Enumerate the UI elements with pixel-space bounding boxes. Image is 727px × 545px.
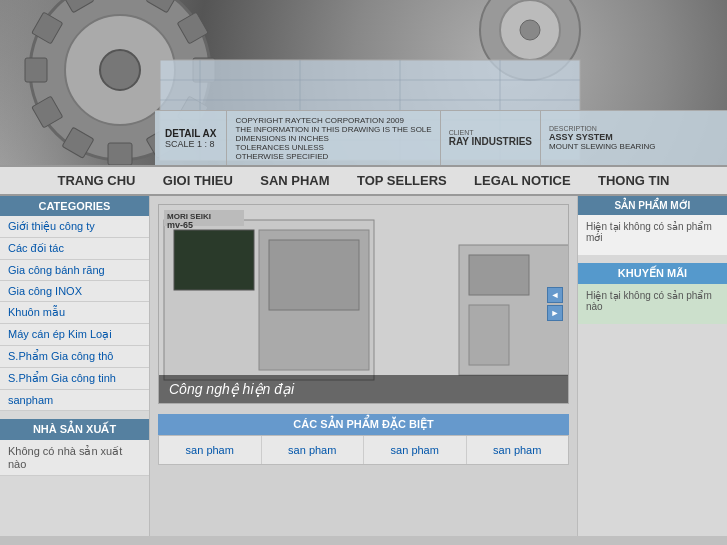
mount-desc: MOUNT SLEWING BEARING: [549, 142, 656, 151]
product-item-0[interactable]: san pham: [159, 436, 262, 464]
scale: SCALE 1 : 8: [165, 139, 216, 149]
sidebar-item-may-can[interactable]: Máy cán ép Kim Loại: [0, 324, 149, 346]
categories-title: CATEGORIES: [0, 196, 149, 216]
nav-trang-chu[interactable]: TRANG CHU: [58, 173, 136, 188]
sidebar-item-sanpham[interactable]: sanpham: [0, 390, 149, 411]
sidebar-item-khuon-mau[interactable]: Khuôn mẫu: [0, 302, 149, 324]
svg-rect-9: [108, 143, 132, 165]
slideshow-caption: Công nghệ hiện đại: [159, 375, 568, 403]
nav-san-pham[interactable]: SAN PHAM: [260, 173, 329, 188]
svg-rect-36: [469, 255, 529, 295]
svg-point-17: [520, 20, 540, 40]
center-content: MORI SEIKI mv-65 Công nghệ hiện đại ◄ ► …: [150, 196, 577, 536]
slideshow-nav: ◄ ►: [547, 287, 563, 321]
dims: DIMENSIONS IN INCHES: [235, 134, 431, 143]
prev-arrow[interactable]: ◄: [547, 287, 563, 303]
header-banner: DETAIL AX SCALE 1 : 8 COPYRIGHT RAYTECH …: [0, 0, 727, 165]
slideshow: MORI SEIKI mv-65 Công nghệ hiện đại ◄ ►: [158, 204, 569, 404]
sidebar-item-inox[interactable]: Gia công INOX: [0, 281, 149, 302]
nav-thong-tin[interactable]: THONG TIN: [598, 173, 670, 188]
svg-text:mv-65: mv-65: [167, 220, 193, 230]
company-name: RAY INDUSTRIES: [449, 136, 532, 147]
client-label: CLIENT: [449, 129, 532, 136]
svg-rect-34: [269, 240, 359, 310]
products-grid: san pham san pham san pham san pham: [158, 435, 569, 465]
product-item-3[interactable]: san pham: [467, 436, 569, 464]
nav-bar: TRANG CHU GIOI THIEU SAN PHAM TOP SELLER…: [0, 165, 727, 196]
system-name: ASSY SYSTEM: [549, 132, 656, 142]
sidebar-item-gia-cong-tho[interactable]: S.Phẩm Gia công thô: [0, 346, 149, 368]
new-products-content: Hiện tại không có sản phẩm mới: [578, 215, 727, 255]
sidebar-item-gia-cong-tinh[interactable]: S.Phẩm Gia công tinh: [0, 368, 149, 390]
manufacturer-title: NHÀ SẢN XUẤT: [0, 419, 149, 440]
left-sidebar: CATEGORIES Giới thiệu công ty Các đối tá…: [0, 196, 150, 536]
spec: OTHERWISE SPECIFIED: [235, 152, 431, 161]
next-arrow[interactable]: ►: [547, 305, 563, 321]
new-products-title: SẢN PHẨM MỚI: [578, 196, 727, 215]
product-item-1[interactable]: san pham: [262, 436, 365, 464]
promo-title: KHUYẾN MÃI: [578, 263, 727, 284]
product-item-2[interactable]: san pham: [364, 436, 467, 464]
svg-point-2: [100, 50, 140, 90]
main-content: CATEGORIES Giới thiệu công ty Các đối tá…: [0, 196, 727, 536]
right-sidebar: SẢN PHẨM MỚI Hiện tại không có sản phẩm …: [577, 196, 727, 536]
detail-ax: DETAIL AX: [165, 128, 216, 139]
nav-gioi-thieu[interactable]: GIOI THIEU: [163, 173, 233, 188]
promo-content: Hiện tại không có sản phẩm nào: [578, 284, 727, 324]
svg-rect-37: [469, 305, 509, 365]
info-line: THE INFORMATION IN THIS DRAWING IS THE S…: [235, 125, 431, 134]
products-section: CÁC SẢN PHẨM ĐẶC BIỆT san pham san pham …: [158, 414, 569, 465]
nav-top-sellers[interactable]: TOP SELLERS: [357, 173, 447, 188]
products-title: CÁC SẢN PHẨM ĐẶC BIỆT: [158, 414, 569, 435]
sidebar-item-doi-tac[interactable]: Các đối tác: [0, 238, 149, 260]
sidebar-item-gioi-thieu[interactable]: Giới thiệu công ty: [0, 216, 149, 238]
copyright: COPYRIGHT RAYTECH CORPORATION 2009: [235, 116, 431, 125]
svg-rect-12: [25, 58, 47, 82]
sidebar-item-banh-rang[interactable]: Gia công bánh răng: [0, 260, 149, 281]
desc-label: DESCRIPTION: [549, 125, 656, 132]
blueprint-info: DETAIL AX SCALE 1 : 8 COPYRIGHT RAYTECH …: [155, 110, 727, 165]
svg-rect-29: [174, 230, 254, 290]
nav-legal-notice[interactable]: LEGAL NOTICE: [474, 173, 571, 188]
tol: TOLERANCES UNLESS: [235, 143, 431, 152]
no-manufacturer: Không có nhà sản xuất nào: [0, 440, 149, 476]
